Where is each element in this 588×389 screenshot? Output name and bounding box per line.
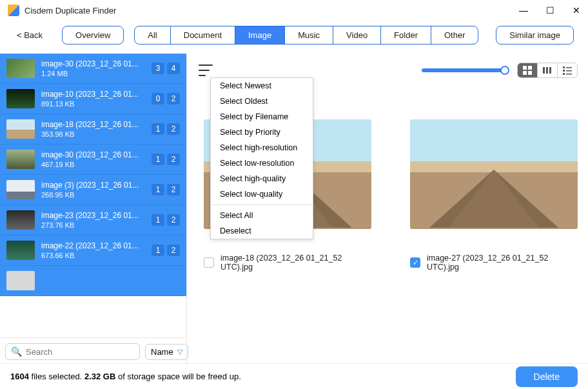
image-label-row: ✓ image-27 (2023_12_26 01_21_52 UTC).jpg	[410, 254, 578, 272]
menu-item[interactable]: Select All	[211, 208, 313, 223]
file-size: 673.66 KB	[41, 252, 145, 259]
svg-rect-8	[566, 67, 572, 68]
checkbox[interactable]: ✓	[410, 257, 420, 268]
tab-image[interactable]: Image	[235, 26, 285, 44]
file-thumbnail	[6, 241, 35, 260]
svg-rect-2	[523, 71, 527, 75]
search-input[interactable]	[26, 347, 134, 357]
dup-counts: 12	[152, 214, 180, 226]
tab-folder[interactable]: Folder	[381, 26, 431, 44]
file-thumbnail	[6, 59, 35, 78]
sidebar: image-30 (2023_12_26 01...1.24 MB34image…	[0, 54, 187, 365]
menu-item[interactable]: Select low-resolution	[211, 155, 313, 171]
maximize-icon[interactable]: ☐	[546, 5, 554, 15]
image-label-row: image-18 (2023_12_26 01_21_52 UTC).jpg	[204, 254, 371, 272]
file-meta: image-18 (2023_12_26 01...353.98 KB	[41, 120, 145, 138]
file-name: image-18 (2023_12_26 01...	[41, 120, 145, 129]
view-grid-icon[interactable]	[518, 63, 538, 77]
toolbar: < Back Overview All Document Image Music…	[0, 21, 588, 54]
window-controls: — ☐ ✕	[519, 5, 580, 15]
tab-all[interactable]: All	[135, 26, 170, 44]
count-total: 2	[167, 154, 180, 165]
list-item[interactable]: image-22 (2023_12_26 01...673.66 KB12	[0, 235, 186, 266]
list-item[interactable]: image-30 (2023_12_26 01...467.19 KB12	[0, 145, 186, 175]
chevron-down-icon: ▽	[177, 348, 182, 356]
dup-counts: 12	[152, 123, 180, 135]
list-item[interactable]: image-18 (2023_12_26 01...353.98 KB12	[0, 114, 186, 145]
menu-item[interactable]: Deselect	[211, 223, 313, 239]
svg-rect-11	[563, 73, 565, 75]
dup-counts: 12	[152, 184, 180, 195]
view-columns-icon[interactable]	[538, 63, 558, 77]
file-thumbnail	[6, 271, 35, 290]
file-name: image-10 (2023_12_26 01...	[41, 90, 145, 99]
image-thumbnail[interactable]	[410, 119, 578, 229]
similar-image-button[interactable]: Similar image	[496, 26, 574, 45]
list-item[interactable]	[0, 266, 186, 296]
count-total: 4	[167, 63, 180, 74]
svg-rect-3	[528, 71, 532, 75]
close-icon[interactable]: ✕	[573, 5, 580, 15]
menu-item[interactable]: Select Newest	[211, 78, 313, 94]
menu-item[interactable]: Select high-resolution	[211, 140, 313, 155]
svg-rect-1	[528, 66, 532, 70]
window-title: Cisdem Duplicate Finder	[24, 6, 116, 15]
tab-document[interactable]: Document	[171, 26, 235, 44]
count-total: 2	[167, 184, 180, 195]
svg-rect-0	[523, 66, 527, 70]
menu-item[interactable]: Select by Priority	[211, 125, 313, 140]
tab-other[interactable]: Other	[431, 26, 478, 44]
file-meta: image-30 (2023_12_26 01...467.19 KB	[41, 150, 145, 168]
count-selected: 1	[152, 244, 164, 256]
count-selected: 0	[152, 93, 164, 105]
file-name: image-23 (2023_12_26 01...	[41, 211, 145, 220]
file-size: 353.98 KB	[41, 130, 145, 138]
slider-knob[interactable]	[500, 66, 509, 75]
image-filename: image-18 (2023_12_26 01_21_52 UTC).jpg	[220, 254, 371, 272]
svg-rect-6	[549, 67, 551, 74]
status-bar: 1604 files selected. 2.32 GB of storage …	[0, 363, 588, 389]
tab-music[interactable]: Music	[285, 26, 333, 44]
category-tabs: All Document Image Music Video Folder Ot…	[134, 26, 478, 45]
list-item[interactable]: image-23 (2023_12_26 01...273.76 KB12	[0, 205, 186, 235]
file-thumbnail	[6, 89, 35, 108]
overview-button[interactable]: Overview	[62, 26, 124, 45]
count-total: 2	[167, 214, 180, 226]
checkbox[interactable]	[204, 257, 214, 268]
file-name: image-22 (2023_12_26 01...	[41, 241, 145, 250]
file-meta: image (3) (2023_12_26 01...268.95 KB	[41, 181, 145, 199]
view-list-icon[interactable]	[558, 63, 577, 77]
list-item[interactable]: image-30 (2023_12_26 01...1.24 MB34	[0, 54, 186, 84]
file-thumbnail	[6, 180, 35, 199]
svg-rect-4	[543, 67, 545, 74]
menu-item[interactable]: Select high-quality	[211, 171, 313, 186]
file-thumbnail	[6, 210, 35, 230]
menu-item[interactable]: Select by Filename	[211, 109, 313, 125]
status-text: of storage space will be freed up.	[118, 372, 241, 381]
file-meta: image-23 (2023_12_26 01...273.76 KB	[41, 211, 145, 229]
file-name: image-30 (2023_12_26 01...	[41, 59, 145, 68]
file-size: 467.19 KB	[41, 161, 145, 168]
image-filename: image-27 (2023_12_26 01_21_52 UTC).jpg	[427, 254, 578, 272]
freed-size: 2.32 GB	[84, 372, 115, 381]
minimize-icon[interactable]: —	[519, 5, 528, 15]
count-total: 2	[167, 93, 180, 105]
menu-item[interactable]: Select Oldest	[211, 94, 313, 109]
selected-count: 1604	[10, 372, 29, 381]
filter-menu-icon[interactable]	[199, 65, 213, 76]
sort-select[interactable]: Name ▽	[145, 344, 188, 360]
delete-button[interactable]: Delete	[516, 366, 578, 387]
count-selected: 1	[152, 184, 164, 195]
list-item[interactable]: image-10 (2023_12_26 01...891.13 KB02	[0, 84, 186, 114]
menu-item[interactable]: Select low-quality	[211, 186, 313, 202]
thumbnail-size-slider[interactable]	[422, 68, 505, 72]
tab-video[interactable]: Video	[333, 26, 381, 44]
back-button[interactable]: < Back	[14, 26, 45, 44]
count-total: 2	[167, 123, 180, 135]
file-size: 891.13 KB	[41, 100, 145, 108]
search-input-wrap[interactable]: 🔍	[5, 343, 140, 360]
view-toggle	[517, 63, 578, 78]
gallery-card[interactable]: ✓ image-27 (2023_12_26 01_21_52 UTC).jpg	[410, 119, 578, 272]
menu-separator	[211, 204, 313, 205]
list-item[interactable]: image (3) (2023_12_26 01...268.95 KB12	[0, 175, 186, 205]
